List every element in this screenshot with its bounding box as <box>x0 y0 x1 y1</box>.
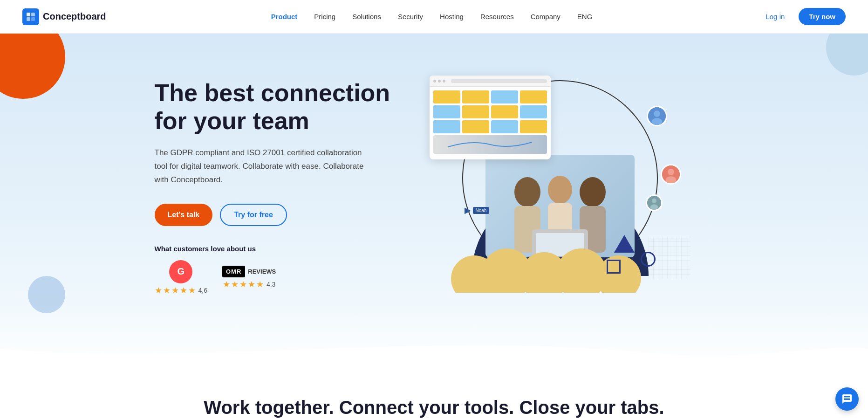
nav-item-solutions[interactable]: Solutions <box>345 9 389 24</box>
avatar-top-right <box>647 106 667 126</box>
svg-point-15 <box>548 176 572 204</box>
svg-point-6 <box>651 118 662 125</box>
shape-square-icon <box>607 260 621 274</box>
logo-icon <box>22 8 39 25</box>
hero-subtext: The GDPR compliant and ISO 27001 certifi… <box>155 146 369 187</box>
g2-stars: ★ ★ ★ ★ ★ 4,6 <box>155 285 207 296</box>
sticky-note-11 <box>491 120 518 133</box>
deco-blue-circle-top-right <box>826 34 868 76</box>
hero-left: The best connection for your team The GD… <box>155 79 397 295</box>
sticky-note-4 <box>520 90 547 103</box>
omr-star-2: ★ <box>231 279 239 289</box>
hero-buttons: Let's talk Try for free <box>155 204 397 226</box>
shape-triangle-icon <box>614 235 635 253</box>
nav-item-company[interactable]: Company <box>523 9 568 24</box>
whiteboard-mockup <box>430 76 551 159</box>
navbar-actions: Log in Try now <box>757 8 846 25</box>
svg-rect-0 <box>27 13 30 16</box>
nav-item-security[interactable]: Security <box>390 9 431 24</box>
reviews-row: G ★ ★ ★ ★ ★ 4,6 OMR REVIEWS <box>155 260 397 296</box>
omr-stars: ★ ★ ★ ★ ★ 4,3 <box>223 279 275 289</box>
people-photo <box>485 155 635 257</box>
sticky-note-3 <box>491 90 518 103</box>
star-half: ★ <box>188 285 196 296</box>
svg-rect-2 <box>27 17 30 21</box>
star-4: ★ <box>180 285 187 296</box>
navbar: Conceptboard Product Pricing Solutions S… <box>0 0 868 34</box>
svg-point-11 <box>652 199 656 203</box>
letstalk-button[interactable]: Let's talk <box>155 204 213 226</box>
nav-item-hosting[interactable]: Hosting <box>432 9 471 24</box>
star-2: ★ <box>163 285 171 296</box>
svg-rect-3 <box>31 17 35 21</box>
toolbar-dot-3 <box>443 80 445 83</box>
toolbar-dot-2 <box>438 80 441 83</box>
deco-orange-circle <box>0 34 65 99</box>
svg-rect-1 <box>31 13 35 16</box>
hero-content: The best connection for your team The GD… <box>108 62 760 341</box>
omr-star-3: ★ <box>239 279 247 289</box>
star-1: ★ <box>155 285 162 296</box>
svg-point-5 <box>654 110 660 117</box>
bottom-section: Work together. Connect your tools. Close… <box>0 369 868 420</box>
whiteboard-toolbar <box>430 76 551 87</box>
bottom-headline: Work together. Connect your tools. Close… <box>0 397 868 418</box>
sticky-note-12 <box>520 120 547 133</box>
toolbar-dot-1 <box>433 80 436 83</box>
svg-point-8 <box>668 169 674 175</box>
tryforfree-button[interactable]: Try for free <box>220 204 287 226</box>
g2-logo: G <box>169 260 192 283</box>
shape-circle-icon <box>641 252 656 267</box>
sticky-note-2 <box>462 90 489 103</box>
omr-star-half: ★ <box>256 279 264 289</box>
omr-rating: 4,3 <box>267 281 275 288</box>
star-3: ★ <box>171 285 179 296</box>
hero-right: ▶ Noah <box>397 71 723 304</box>
omr-badge: OMR REVIEWS ★ ★ ★ ★ ★ 4,3 <box>222 266 276 289</box>
cursor-name-label: Noah <box>473 207 490 214</box>
g2-rating: 4,6 <box>198 287 207 294</box>
nav-menu: Product Pricing Solutions Security Hosti… <box>264 9 600 24</box>
login-button[interactable]: Log in <box>757 9 793 24</box>
hero-headline: The best connection for your team <box>155 79 397 135</box>
omr-logo: OMR REVIEWS <box>222 266 276 277</box>
avatar-mid-right <box>661 164 681 185</box>
trynow-button[interactable]: Try now <box>799 8 846 25</box>
sticky-note-1 <box>433 90 460 103</box>
omr-star-4: ★ <box>248 279 255 289</box>
sticky-note-6 <box>462 105 489 118</box>
noah-cursor: ▶ Noah <box>465 205 490 215</box>
avatar-mid-right-2 <box>646 194 663 211</box>
cursor-arrow-icon: ▶ <box>465 205 471 215</box>
svg-point-13 <box>514 177 540 207</box>
nav-item-lang[interactable]: ENG <box>570 9 600 24</box>
chat-bubble-button[interactable] <box>835 387 859 411</box>
whiteboard-body <box>430 87 551 158</box>
nav-item-pricing[interactable]: Pricing <box>307 9 343 24</box>
svg-point-9 <box>665 176 676 184</box>
sticky-note-5 <box>433 105 460 118</box>
brand-name: Conceptboard <box>43 11 106 22</box>
brand-logo[interactable]: Conceptboard <box>22 8 106 25</box>
omr-star-1: ★ <box>223 279 230 289</box>
customers-label: What customers love about us <box>155 245 397 253</box>
clouds-group <box>437 246 661 295</box>
g2-badge: G ★ ★ ★ ★ ★ 4,6 <box>155 260 207 296</box>
nav-item-resources[interactable]: Resources <box>473 9 521 24</box>
svg-point-12 <box>650 204 658 210</box>
nav-item-product[interactable]: Product <box>264 9 305 24</box>
sticky-note-8 <box>520 105 547 118</box>
sticky-note-9 <box>433 120 460 133</box>
svg-point-17 <box>580 177 606 207</box>
hero-section: The best connection for your team The GD… <box>0 34 868 369</box>
sticky-note-7 <box>491 105 518 118</box>
illustration-wrapper: ▶ Noah <box>425 71 695 304</box>
sticky-note-10 <box>462 120 489 133</box>
deco-blue-circle-left <box>28 276 65 313</box>
